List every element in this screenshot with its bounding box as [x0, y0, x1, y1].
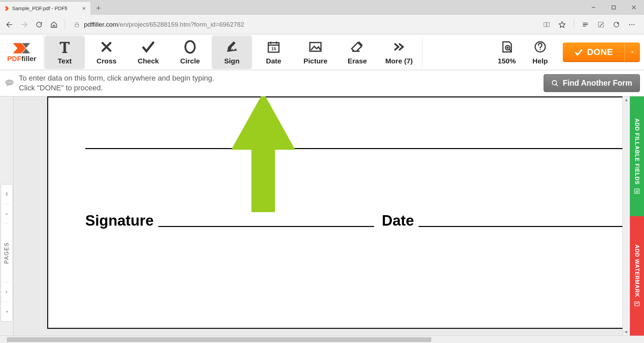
find-another-label: Find Another Form	[563, 79, 632, 88]
pdffiller-app: PDFfiller Text Cross Check Circle	[0, 34, 644, 343]
separator	[422, 37, 422, 67]
tab-title: Sample_PDF.pdf - PDFfi	[12, 5, 79, 11]
side-rails: ADD FILLABLE FIELDS ADD WATERMARK	[630, 96, 644, 336]
tip-bar: To enter data on this form, click anywhe…	[0, 70, 644, 96]
cross-icon	[99, 39, 114, 54]
separator	[65, 20, 65, 30]
tool-date[interactable]: 15 Date	[253, 35, 294, 69]
browser-window: Sample_PDF.pdf - PDFfi pdffiller.com/en/…	[0, 0, 644, 343]
nav-back-button[interactable]	[3, 19, 16, 31]
pages-navigator[interactable]: PAGES	[1, 184, 13, 322]
date-line[interactable]	[419, 226, 622, 227]
favorite-star-icon[interactable]	[556, 19, 568, 31]
tool-erase[interactable]: Erase	[337, 35, 377, 69]
document-page[interactable]: Signature Date	[47, 96, 622, 329]
workspace: PAGES Signature	[0, 96, 644, 336]
scroll-up-icon[interactable]: ▲	[623, 96, 630, 103]
tool-cross[interactable]: Cross	[86, 35, 127, 69]
window-maximize-button[interactable]	[604, 0, 624, 15]
document-area[interactable]: Signature Date	[13, 96, 622, 336]
more-icon[interactable]	[626, 19, 638, 31]
find-another-form-button[interactable]: Find Another Form	[544, 74, 640, 92]
new-tab-button[interactable]	[91, 1, 106, 15]
nav-forward-button[interactable]	[18, 19, 30, 31]
done-label: DONE	[587, 47, 613, 57]
check-icon	[574, 48, 583, 57]
help-icon	[533, 39, 548, 54]
horizontal-rule	[85, 148, 622, 149]
browser-navbar: pdffiller.com/en/project/65288159.htm?fo…	[0, 15, 644, 34]
window-minimize-button[interactable]	[583, 0, 604, 15]
pdffiller-favicon	[4, 6, 9, 11]
window-controls	[583, 0, 644, 15]
watermark-label: ADD WATERMARK	[634, 245, 640, 297]
date-label: Date	[382, 212, 414, 229]
tool-circle[interactable]: Circle	[170, 35, 210, 69]
signature-line[interactable]	[158, 226, 374, 227]
svg-point-6	[185, 41, 195, 53]
vertical-scrollbar[interactable]: ▲ ▼	[622, 96, 630, 336]
tool-sign[interactable]: Sign	[212, 35, 252, 69]
url-text: pdffiller.com/en/project/65288159.htm?fo…	[84, 21, 244, 28]
reading-view-icon[interactable]	[541, 19, 553, 31]
svg-point-14	[7, 82, 8, 83]
tool-zoom[interactable]: 150%	[490, 35, 524, 69]
svg-point-4	[632, 24, 633, 25]
signature-label: Signature	[85, 212, 154, 229]
tool-picture[interactable]: Picture	[295, 35, 336, 69]
tool-help[interactable]: Help	[525, 35, 555, 69]
window-close-button[interactable]	[624, 0, 644, 15]
tool-text[interactable]: Text	[44, 35, 85, 69]
tip-text: To enter data on this form, click anywhe…	[19, 70, 540, 96]
more-chevrons-icon	[392, 39, 406, 54]
add-fillable-fields-button[interactable]: ADD FILLABLE FIELDS	[630, 96, 644, 216]
tool-check[interactable]: Check	[128, 35, 168, 69]
pages-collapse-icon[interactable]	[4, 302, 9, 321]
pages-prev-icon[interactable]	[4, 204, 9, 224]
picture-icon	[308, 39, 323, 54]
fillable-fields-label: ADD FILLABLE FIELDS	[634, 118, 640, 185]
pages-expand-icon[interactable]	[4, 282, 9, 302]
svg-rect-0	[612, 6, 615, 9]
erase-icon	[350, 39, 365, 54]
watermark-icon	[634, 301, 640, 307]
svg-point-5	[634, 24, 635, 25]
done-button[interactable]: DONE	[563, 42, 640, 62]
svg-text:15: 15	[271, 46, 276, 51]
nav-refresh-button[interactable]	[33, 19, 45, 31]
browser-tab[interactable]: Sample_PDF.pdf - PDFfi	[0, 1, 91, 15]
done-dropdown[interactable]	[624, 42, 640, 62]
separator	[574, 20, 574, 30]
circle-icon	[183, 39, 197, 54]
horizontal-scrollbar[interactable]	[0, 336, 644, 343]
zoom-icon	[499, 39, 514, 54]
add-watermark-button[interactable]: ADD WATERMARK	[630, 216, 644, 336]
svg-point-15	[9, 82, 10, 83]
svg-point-2	[617, 22, 619, 24]
svg-point-3	[629, 24, 630, 25]
address-bar[interactable]: pdffiller.com/en/project/65288159.htm?fo…	[70, 21, 538, 28]
logo-mark-icon	[12, 42, 32, 55]
editor-toolbar: PDFfiller Text Cross Check Circle	[0, 34, 644, 70]
fillable-fields-icon	[634, 188, 640, 194]
share-icon[interactable]	[610, 19, 622, 31]
annotation-arrow	[231, 96, 295, 212]
lock-icon	[74, 22, 80, 28]
notes-icon[interactable]	[595, 19, 607, 31]
tab-strip: Sample_PDF.pdf - PDFfi	[0, 0, 644, 15]
nav-home-button[interactable]	[48, 19, 60, 31]
search-icon	[551, 80, 559, 87]
tab-close-icon[interactable]	[81, 6, 87, 11]
scroll-down-icon[interactable]: ▼	[623, 329, 630, 336]
tool-more[interactable]: More (7)	[379, 35, 419, 69]
pdffiller-logo[interactable]: PDFfiller	[0, 34, 44, 70]
scrollbar-thumb[interactable]	[7, 337, 431, 342]
pages-label: PAGES	[4, 242, 10, 264]
hub-icon[interactable]	[579, 19, 591, 31]
check-icon	[141, 39, 156, 54]
svg-point-17	[552, 80, 557, 85]
chat-bubble-icon	[0, 78, 19, 89]
pages-first-icon[interactable]	[4, 184, 9, 204]
svg-point-1	[614, 22, 619, 27]
svg-point-16	[10, 82, 11, 83]
